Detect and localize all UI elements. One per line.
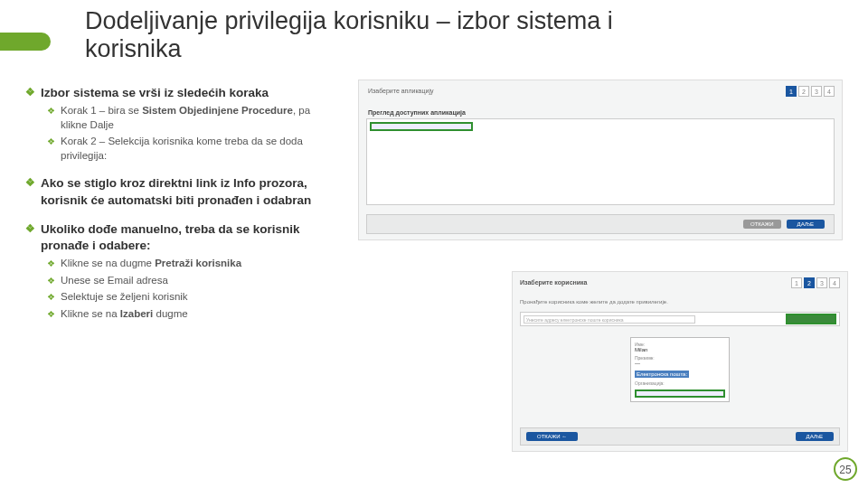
diamond-icon: ❖ bbox=[47, 135, 55, 148]
diamond-icon: ❖ bbox=[25, 85, 35, 100]
panel-b-header: Изаберите корисника bbox=[520, 279, 587, 286]
diamond-icon: ❖ bbox=[47, 307, 55, 321]
wizard-step-3[interactable]: 3 bbox=[816, 277, 827, 288]
app-list-box bbox=[366, 118, 835, 205]
t: Korak 1 – bira se bbox=[61, 105, 142, 116]
wizard-step-2[interactable]: 2 bbox=[804, 277, 815, 288]
t-bold: Pretraži korisnika bbox=[155, 258, 241, 268]
surname-value: — bbox=[635, 361, 725, 366]
wizard-step-3[interactable]: 3 bbox=[811, 86, 822, 97]
panel-b-footer: ОТКАЖИ ← ДАЉЕ bbox=[520, 427, 840, 446]
email-label: Електронска пошта: bbox=[635, 371, 689, 378]
user-result-card[interactable]: Име: Milan Презиме: — Електронска пошта:… bbox=[630, 337, 730, 402]
select-user-highlight[interactable] bbox=[635, 389, 725, 398]
panel-a-sublabel: Преглед доступних апликација bbox=[368, 109, 466, 116]
wizard-steps: 1 2 3 4 bbox=[791, 277, 840, 288]
bullet-3c: ❖ Selektuje se željeni korisnik bbox=[47, 290, 333, 305]
search-row: Унесите адресу електронске поште корисни… bbox=[520, 312, 840, 326]
bullet-3-text: Ukoliko dođe manuelno, treba da se koris… bbox=[41, 221, 333, 254]
diamond-icon: ❖ bbox=[47, 274, 55, 287]
t-bold: Sistem Objedinjene Procedure bbox=[142, 105, 293, 116]
bullet-3c-text: Selektuje se željeni korisnik bbox=[61, 290, 188, 305]
bullet-1: ❖ Izbor sistema se vrši iz sledećih kora… bbox=[25, 85, 333, 101]
wizard-step-2[interactable]: 2 bbox=[798, 86, 809, 97]
cancel-button[interactable]: ОТКАЖИ bbox=[743, 220, 781, 229]
search-user-button[interactable] bbox=[786, 314, 836, 324]
t: dugme bbox=[153, 308, 187, 319]
next-button[interactable]: ДАЉЕ bbox=[787, 220, 825, 229]
email-field[interactable]: Унесите адресу електронске поште корисни… bbox=[524, 315, 695, 324]
wizard-steps: 1 2 3 4 bbox=[786, 86, 835, 97]
bullet-3b: ❖ Unese se Email adresa bbox=[47, 274, 333, 288]
page-number: 25 bbox=[834, 457, 857, 481]
diamond-icon: ❖ bbox=[25, 221, 35, 237]
wizard-step-4[interactable]: 4 bbox=[824, 86, 835, 97]
diamond-icon: ❖ bbox=[47, 290, 55, 304]
panel-b-subtext: Пронађите корисника коме желите да додат… bbox=[520, 299, 668, 305]
org-label: Организација: bbox=[635, 380, 725, 386]
screenshot-step2-panel: 1 2 3 4 Изаберите корисника Пронађите ко… bbox=[512, 271, 848, 452]
bullet-3d-text: Klikne se na Izaberi dugme bbox=[61, 307, 188, 322]
bullet-1b: ❖ Korak 2 – Selekcija korisnika kome tre… bbox=[47, 135, 333, 163]
selected-app-highlight[interactable] bbox=[370, 122, 473, 131]
bullet-1b-text: Korak 2 – Selekcija korisnika kome treba… bbox=[61, 135, 333, 163]
back-button[interactable]: ОТКАЖИ ← bbox=[526, 432, 578, 441]
accent-tab bbox=[0, 33, 51, 51]
panel-a-footer: ОТКАЖИ ДАЉЕ bbox=[366, 214, 835, 234]
panel-a-header: Изаберите апликацију bbox=[368, 88, 434, 94]
bullet-3a: ❖ Klikne se na dugme Pretraži korisnika bbox=[47, 257, 333, 271]
bullet-3: ❖ Ukoliko dođe manuelno, treba da se kor… bbox=[25, 221, 333, 254]
page-title: Dodeljivanje privilegija korisniku – izb… bbox=[85, 7, 682, 63]
t-bold: Izaberi bbox=[120, 308, 153, 319]
t: Klikne se na bbox=[61, 308, 120, 319]
wizard-step-1[interactable]: 1 bbox=[791, 277, 802, 288]
bullet-2: ❖ Ako se stiglo kroz direktni link iz In… bbox=[25, 175, 333, 208]
diamond-icon: ❖ bbox=[47, 257, 55, 270]
bullet-1a: ❖ Korak 1 – bira se Sistem Objedinjene P… bbox=[47, 104, 333, 132]
name-value: Milan bbox=[635, 347, 725, 352]
t: Klikne se na dugme bbox=[61, 258, 155, 268]
diamond-icon: ❖ bbox=[47, 104, 55, 117]
next-button[interactable]: ДАЉЕ bbox=[796, 432, 834, 441]
bullet-2-text: Ako se stiglo kroz direktni link iz Info… bbox=[41, 175, 333, 208]
bullet-1a-text: Korak 1 – bira se Sistem Objedinjene Pro… bbox=[61, 104, 333, 132]
bullet-3d: ❖ Klikne se na Izaberi dugme bbox=[47, 307, 333, 322]
diamond-icon: ❖ bbox=[25, 175, 35, 191]
bullet-1-text: Izbor sistema se vrši iz sledećih koraka bbox=[41, 85, 269, 101]
wizard-step-4[interactable]: 4 bbox=[829, 277, 840, 288]
wizard-step-1[interactable]: 1 bbox=[786, 86, 797, 97]
bullet-3b-text: Unese se Email adresa bbox=[61, 274, 168, 288]
screenshot-step1-panel: 1 2 3 4 Изаберите апликацију Преглед дос… bbox=[358, 80, 843, 240]
bullet-3a-text: Klikne se na dugme Pretraži korisnika bbox=[61, 257, 241, 271]
content-outline: ❖ Izbor sistema se vrši iz sledećih kora… bbox=[25, 80, 333, 324]
